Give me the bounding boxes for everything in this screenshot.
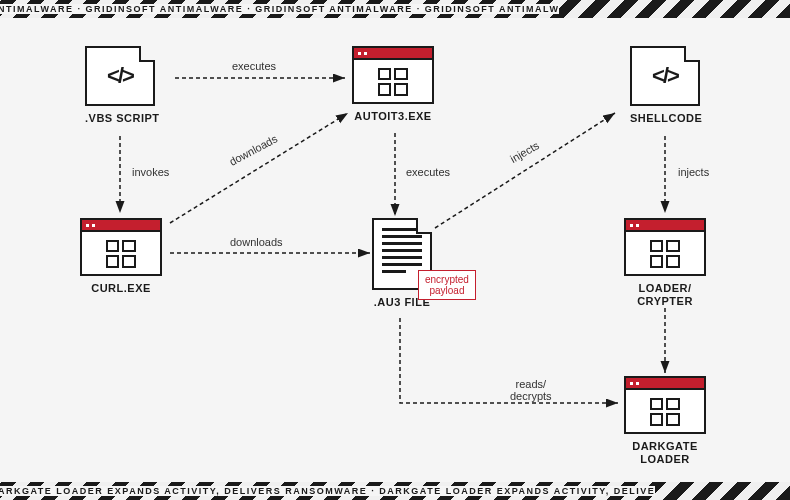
windows-logo-icon [378,68,408,96]
node-shellcode: </> SHELLCODE [630,46,702,125]
edge-label-autoit-au3: executes [406,166,450,178]
node-label-loader: LOADER/ CRYPTER [624,282,706,308]
app-window-icon [624,376,706,434]
watermark-top-stripe: ANTIMALWARE · GRIDINSOFT ANTIMALWARE · G… [0,0,790,18]
edge-label-curl-au3: downloads [230,236,283,248]
script-file-icon: </> [85,46,155,106]
node-curl: CURL.EXE [80,218,162,295]
node-vbs-script: </> .VBS SCRIPT [85,46,160,125]
watermark-top-text: ANTIMALWARE · GRIDINSOFT ANTIMALWARE · G… [0,4,559,14]
app-window-icon [80,218,162,276]
windows-logo-icon [650,240,680,268]
edge-label-vbs-autoit: executes [232,60,276,72]
watermark-bottom-stripe: DARKGATE LOADER EXPANDS ACTIVITY, DELIVE… [0,482,790,500]
node-label-vbs: .VBS SCRIPT [85,112,160,125]
app-window-icon [624,218,706,276]
watermark-bottom-text: DARKGATE LOADER EXPANDS ACTIVITY, DELIVE… [0,486,655,496]
edge-label-shellcode-loader: injects [678,166,709,178]
node-loader-crypter: LOADER/ CRYPTER [624,218,706,308]
script-file-icon: </> [630,46,700,106]
node-label-autoit: AUTOIT3.EXE [352,110,434,123]
node-label-shellcode: SHELLCODE [630,112,702,125]
app-window-icon [352,46,434,104]
edge-label-curl-autoit: downloads [227,132,279,167]
node-label-darkgate: DARKGATE LOADER [624,440,706,466]
encrypted-payload-tag: encrypted payload [418,270,476,300]
edge-label-au3-darkgate: reads/ decrypts [510,378,552,402]
windows-logo-icon [650,398,680,426]
node-darkgate: DARKGATE LOADER [624,376,706,466]
code-glyph: </> [107,63,133,89]
diagram-canvas: executes invokes downloads downloads exe… [0,18,790,482]
code-glyph: </> [652,63,678,89]
edge-label-vbs-curl: invokes [132,166,169,178]
edge-label-au3-shellcode: injects [508,139,541,165]
windows-logo-icon [106,240,136,268]
node-label-curl: CURL.EXE [80,282,162,295]
node-autoit: AUTOIT3.EXE [352,46,434,123]
